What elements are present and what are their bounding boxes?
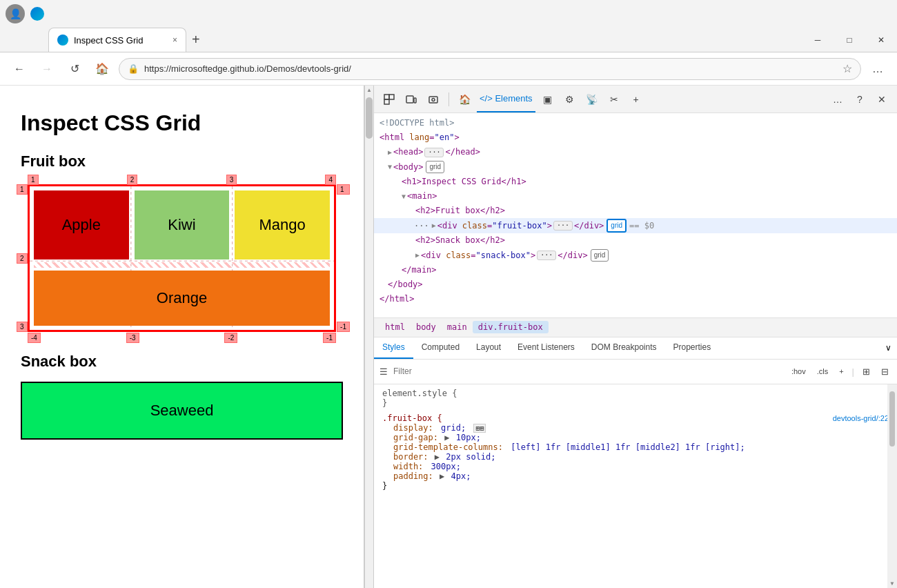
svg-rect-6 [406,96,413,103]
url-input[interactable] [144,63,837,74]
page-scrollbar[interactable]: ▲ [364,86,374,588]
scroll-thumb[interactable] [366,97,373,139]
styles-more-button[interactable]: ∨ [885,337,897,359]
inspect-element-button[interactable] [379,90,399,109]
home-dt-button[interactable]: 🏠 [455,90,474,109]
snack-arrow[interactable]: ▶ [415,250,420,261]
border-triangle[interactable]: ▶ [435,452,440,462]
grid-label-left-3: 3 [17,322,28,332]
tree-body[interactable]: ▼ <body> grid [374,160,897,175]
snack-grid-badge[interactable]: grid [591,249,609,262]
grid-label-top-1: 1 [28,175,39,185]
fruit-arrow[interactable]: ▶ [432,220,436,231]
tree-html-close[interactable]: </html> [374,292,897,306]
refresh-button[interactable]: ↺ [63,58,86,80]
new-tab-button[interactable]: + [186,28,206,52]
body-tag: <body> [393,161,423,174]
tree-body-close[interactable]: </body> [374,277,897,292]
tree-html[interactable]: <html lang="en"> [374,130,897,145]
grid-gap-triangle[interactable]: ▶ [444,433,449,442]
tree-fruit-div[interactable]: ··· ▶ <div class="fruit-box"> ··· </div>… [374,218,897,233]
back-button[interactable]: ← [8,58,30,80]
tab-title: Inspect CSS Grid [74,35,143,46]
breadcrumb-html[interactable]: html [379,321,411,333]
more-button[interactable]: … [867,58,889,80]
device-emulation-button[interactable] [402,90,421,109]
svg-rect-7 [414,98,416,103]
address-bar[interactable]: 🔒 ☆ [119,58,861,80]
grid-labels-top: 1 2 3 4 [28,175,336,185]
snack-dots[interactable]: ··· [537,251,556,260]
network-button[interactable]: 📡 [582,90,602,109]
tree-head[interactable]: ▶ <head> ··· </head> [374,145,897,159]
dom-breakpoints-tab[interactable]: DOM Breakpoints [583,337,665,359]
grid-label-bottom-4: -1 [323,333,336,343]
add-panel-button[interactable]: + [627,90,646,109]
maximize-button[interactable]: □ [834,28,865,52]
sources-button[interactable]: ⚙ [560,90,580,109]
screenshot-button[interactable] [424,90,443,109]
minimize-button[interactable]: ─ [802,28,834,52]
filter-icon: ☰ [379,366,388,377]
body-grid-badge[interactable]: grid [426,161,444,173]
kiwi-cell: Kiwi [135,190,230,259]
forward-button[interactable]: → [36,58,58,80]
padding-triangle[interactable]: ▶ [440,471,444,481]
body-arrow[interactable]: ▼ [388,161,392,173]
more-panels-button[interactable]: … [828,90,847,109]
browser-tab[interactable]: Inspect CSS Grid × [48,28,186,52]
close-button[interactable]: ✕ [865,28,897,52]
breadcrumb-body[interactable]: body [411,321,442,333]
breadcrumb-fruit-box[interactable]: div.fruit-box [473,321,549,333]
fruit-div-tag: <div class="fruit-box"> [437,219,552,233]
display-grid-icon[interactable]: ⊞⊞ [473,424,486,433]
filter-input[interactable] [393,366,783,376]
add-style-button[interactable]: + [836,366,846,377]
display-prop-name: display: [393,423,433,433]
cls-button[interactable]: .cls [814,366,831,377]
devtools-toolbar: 🏠 </> Elements ▣ ⚙ 📡 ✂ + … ? ✕ [374,86,897,113]
tab-close-button[interactable]: × [172,35,177,45]
computed-tab[interactable]: Computed [413,337,468,359]
help-button[interactable]: ? [850,90,869,109]
tree-main-close[interactable]: </main> [374,263,897,277]
mango-cell: Mango [235,190,330,259]
favorite-button[interactable]: ☆ [842,62,852,75]
grid-label-top-4: 4 [325,175,336,185]
tree-h1[interactable]: <h1>Inspect CSS Grid</h1> [374,175,897,189]
properties-tab[interactable]: Properties [665,337,720,359]
hov-button[interactable]: :hov [789,366,809,377]
style-source-link[interactable]: devtools-grid/:22 [833,414,889,422]
head-dots[interactable]: ··· [424,148,444,157]
console-button[interactable]: ▣ [538,90,558,109]
main-arrow[interactable]: ▼ [402,191,406,202]
styles-tab[interactable]: Styles [374,337,413,359]
styles-scrollbar[interactable]: ▼ [887,384,897,589]
fruit-dots[interactable]: ··· [553,221,573,231]
breadcrumb-main[interactable]: main [442,321,473,333]
close-devtools-button[interactable]: ✕ [872,90,891,109]
apple-cell: Apple [34,190,129,259]
tree-h2-fruit[interactable]: <h2>Fruit box</h2> [374,204,897,218]
performance-button[interactable]: ✂ [604,90,624,109]
grid-template-prop: grid-template-columns: [left] 1fr [middl… [382,442,889,452]
scroll-up-arrow[interactable]: ▲ [366,87,372,93]
copy-all-button[interactable]: ⊟ [878,365,891,378]
fruit-box-container: 1 2 3 4 1 2 3 1 -1 [28,184,336,332]
grid-template-prop-name: grid-template-columns: [393,442,503,452]
tree-main[interactable]: ▼ <main> [374,189,897,204]
fruit-three-dots[interactable]: ··· [414,219,429,233]
event-listeners-tab[interactable]: Event Listeners [509,337,583,359]
fruit-grid-badge[interactable]: grid [607,219,627,233]
elements-tab[interactable]: </> Elements [477,86,535,112]
breadcrumb-bar: html body main div.fruit-box [374,318,897,337]
snack-box: Seaweed [21,382,343,440]
new-style-rule-button[interactable]: ⊞ [860,365,873,378]
head-arrow[interactable]: ▶ [388,147,392,158]
scroll-down-arrow[interactable]: ▼ [891,580,894,587]
tree-snack-div[interactable]: ▶ <div class="snack-box"> ··· </div> gri… [374,248,897,263]
grid-label-right-1: 1 [337,184,350,195]
home-button[interactable]: 🏠 [91,58,113,80]
layout-tab[interactable]: Layout [468,337,509,359]
tree-h2-snack[interactable]: <h2>Snack box</h2> [374,233,897,248]
